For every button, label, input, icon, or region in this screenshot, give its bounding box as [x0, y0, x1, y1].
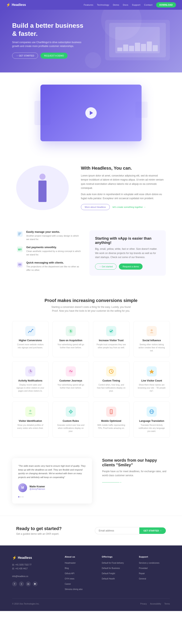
vapp-demo-button[interactable]: Request a demo — [119, 264, 143, 270]
features-section: Easily manage your works. Another projec… — [0, 222, 182, 286]
footer-blog-link[interactable]: Blog — [65, 567, 69, 569]
manage-icon — [16, 230, 23, 238]
footer-bottom-links: Privacy Accessibility Terms — [140, 603, 170, 605]
proof-subtitle: Starting a conversion doesn't costs a th… — [48, 305, 134, 313]
author-handle: @JennyPaterson — [29, 488, 45, 490]
higher-conversions-title: Higher Conversions — [15, 339, 45, 342]
footer-career-link[interactable]: Career — [65, 583, 71, 585]
proof-grid-row-2: Activity Notifications Display recent sa… — [12, 361, 170, 398]
footer-services-link[interactable]: Services y condiciones — [139, 562, 160, 564]
footer-provedad-link[interactable]: Provedad — [139, 567, 148, 569]
proof-card-language: Language Translation Translate Recent Ac… — [134, 402, 170, 438]
nav-contact[interactable]: Contact — [144, 4, 153, 6]
hero-chart-bars — [117, 39, 158, 51]
nav-demo[interactable]: Demo — [113, 4, 119, 6]
testimonial-author: M Matte Kramer @JennyPaterson — [18, 483, 86, 492]
chart-bar-4 — [135, 43, 140, 51]
journeys-icon — [66, 366, 76, 376]
svg-rect-1 — [18, 233, 21, 233]
svg-line-21 — [111, 372, 112, 372]
nav-features[interactable]: Features — [84, 4, 93, 6]
footer-freight-link[interactable]: Default Freight — [102, 572, 115, 574]
download-button[interactable]: DOWNLOAD — [156, 2, 176, 8]
footer: ⚡ Headless (t): +41 3155 7322 77 (f): +4… — [0, 546, 182, 611]
footer-offerings-title: Offerings — [102, 556, 133, 558]
nav-technology[interactable]: Technology — [97, 4, 109, 6]
hero-title: Build a better business & faster. — [12, 22, 89, 38]
facebook-icon[interactable]: f — [12, 582, 17, 586]
visitor-trust-title: Increase Visitor Trust — [96, 339, 126, 342]
hero-content: Build a better business & faster. Smart … — [12, 22, 89, 59]
feature-text-2: Get payments smoothly. Clean aesthetic s… — [26, 246, 81, 256]
instagram-icon[interactable]: in — [26, 582, 31, 586]
save-acquisition-title: Save on Acquisition — [56, 339, 86, 342]
footer-support-title: Support — [139, 556, 170, 558]
journeys-title: Customer Journeys — [56, 379, 86, 382]
dot-2[interactable] — [20, 496, 21, 498]
svg-point-7 — [19, 250, 19, 250]
testimonial-link[interactable]: ──────────→ — [102, 481, 170, 484]
footer-repair-link[interactable]: Repair — [139, 572, 145, 574]
video-section — [0, 72, 182, 154]
feature-title-3: Quick messaging with clients. — [26, 261, 81, 264]
footer-food-link[interactable]: Default for Food delivery — [102, 562, 124, 564]
play-button[interactable] — [85, 107, 97, 118]
features-list: Easily manage your works. Another projec… — [16, 230, 81, 276]
footer-business-link[interactable]: Default for Business — [102, 567, 120, 569]
cta-section: Ready to get started? Get a guided demo … — [0, 516, 182, 546]
create-together-button[interactable]: let's create something together → — [113, 206, 146, 208]
feature-desc-3: The projections of the department are li… — [26, 265, 81, 272]
footer-github-link[interactable]: Github API — [65, 572, 74, 574]
email-field[interactable] — [95, 527, 139, 534]
footer-news-link[interactable]: OYH news — [65, 578, 74, 580]
chart-bar-3 — [129, 46, 134, 51]
nav-docs[interactable]: Docs — [123, 4, 128, 6]
more-about-button[interactable]: More about Headless — [81, 204, 110, 210]
request-demo-button[interactable]: REQUEST A DEMO — [40, 52, 68, 59]
footer-stimulus-link[interactable]: Stimulus diving also — [65, 588, 82, 590]
with-text-1: Lorem ipsum dolor sit amet, consectetur … — [81, 174, 166, 190]
footer-social: f t in ▶ — [12, 582, 59, 586]
proof-card-mobile: Mobile Optimized With mobile traffic rep… — [93, 402, 129, 438]
author-avatar: M — [18, 483, 27, 492]
with-content: With Headless, You can. Lorem ipsum dolo… — [81, 166, 166, 210]
activity-title: Activity Notifications — [15, 379, 45, 382]
proof-card-activity: Activity Notifications Display recent sa… — [12, 361, 48, 398]
with-section: With Headless, You can. Lorem ipsum dolo… — [0, 154, 182, 222]
svg-point-15 — [109, 329, 113, 333]
hero-screen — [115, 27, 160, 53]
journeys-desc: Your advertising spend will go further t… — [56, 383, 86, 390]
dot-1[interactable] — [18, 496, 19, 498]
proof-card-custom-rules: Custom Rules Granular control over how a… — [53, 402, 89, 438]
footer-support-col: Support Services y condiciones Provedad … — [139, 556, 170, 592]
footer-privacy-link[interactable]: Privacy — [140, 603, 147, 605]
video-box — [40, 84, 142, 141]
with-buttons: More about Headless let's create somethi… — [81, 204, 166, 210]
footer-logo-text: Headless — [18, 556, 32, 560]
svg-rect-9 — [18, 263, 22, 266]
visitor-trust-desc: People trust companies they see other pe… — [96, 343, 126, 349]
hero-buttons: → GET STARTED REQUEST A DEMO — [12, 52, 89, 59]
youtube-icon[interactable]: ▶ — [33, 582, 38, 586]
cta-title: Ready to get started? — [16, 526, 62, 531]
dot-3[interactable] — [22, 496, 23, 498]
figure-head — [39, 174, 45, 180]
vapp-get-started-button[interactable]: → Get started — [95, 264, 117, 270]
footer-about-title: About us — [65, 556, 96, 558]
footer-accessibility-link[interactable]: Accessibility — [150, 603, 161, 605]
vapp-text: Big, small, yellow, white, fast or other… — [95, 247, 160, 259]
footer-headmaster-link[interactable]: Headmaster — [65, 562, 76, 564]
get-started-button[interactable]: → GET STARTED — [12, 52, 38, 59]
svg-rect-3 — [18, 235, 20, 235]
nav-support[interactable]: Support — [132, 4, 141, 6]
footer-terms-link[interactable]: Terms — [165, 603, 170, 605]
proof-card-social-influence: Social Influence Seeing other visitors t… — [134, 321, 170, 357]
twitter-icon[interactable]: t — [19, 582, 24, 586]
footer-email: info@headless.co — [12, 574, 59, 578]
footer-general-link[interactable]: General — [139, 578, 146, 580]
footer-offerings-col: Offerings Default for Food delivery Defa… — [102, 556, 133, 592]
cta-get-started-button[interactable]: GET STARTED → — [139, 528, 166, 534]
svg-rect-6 — [18, 249, 22, 250]
footer-hearth-link[interactable]: Default Hearth — [102, 578, 115, 580]
live-visitor-icon — [147, 366, 157, 376]
